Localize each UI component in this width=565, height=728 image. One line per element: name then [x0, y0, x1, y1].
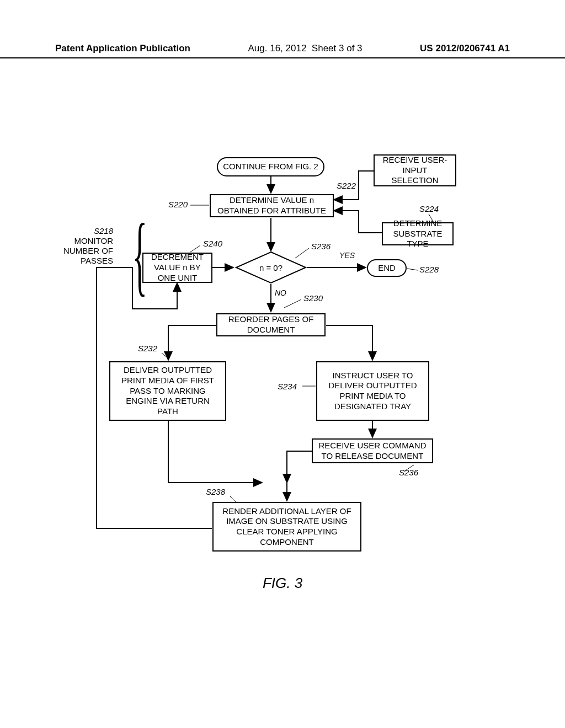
decision-no: NO: [275, 288, 286, 297]
flow-reorder: REORDER PAGES OF DOCUMENT: [216, 313, 326, 336]
pub-type: Patent Application Publication: [55, 43, 190, 54]
label-s236a: S236: [311, 242, 331, 251]
label-s238: S238: [206, 487, 225, 496]
label-monitor: MONITOR NUMBER OF PASSES: [63, 236, 113, 266]
flow-determine-substrate: DETERMINE SUBSTRATE TYPE: [382, 222, 454, 245]
flow-user-input: RECEIVE USER-INPUT SELECTION: [374, 154, 456, 186]
figure-caption: FIG. 3: [0, 575, 565, 592]
svg-line-11: [407, 269, 418, 270]
flow-receive-cmd: RECEIVE USER COMMAND TO RELEASE DOCUMENT: [312, 438, 433, 463]
label-s224: S224: [419, 204, 439, 213]
label-s236b: S236: [399, 468, 418, 477]
label-s240: S240: [203, 239, 222, 248]
brace-icon: {: [132, 204, 147, 306]
flow-determine-n: DETERMINE VALUE n OBTAINED FOR ATTRIBUTE: [210, 194, 334, 217]
flow-decrement: DECREMENT VALUE n BY ONE UNIT: [142, 253, 212, 283]
flow-end: END: [367, 259, 407, 277]
flow-instruct-user: INSTRUCT USER TO DELIVER OUTPUTTED PRINT…: [316, 361, 429, 421]
decision-yes: YES: [339, 251, 355, 260]
flow-deliver-return: DELIVER OUTPUTTED PRINT MEDIA OF FIRST P…: [109, 361, 226, 421]
flow-continue: CONTINUE FROM FIG. 2: [217, 157, 324, 176]
flowchart: CONTINUE FROM FIG. 2 RECEIVE USER-INPUT …: [66, 154, 497, 585]
svg-line-13: [284, 299, 301, 308]
pub-number: US 2012/0206741 A1: [420, 43, 510, 54]
label-s232: S232: [138, 344, 157, 353]
label-s222: S222: [337, 181, 356, 190]
label-s218: S218: [63, 226, 113, 236]
flow-decision: n = 0?: [235, 251, 307, 284]
label-s228: S228: [419, 265, 439, 274]
flow-render: RENDER ADDITIONAL LAYER OF IMAGE ON SUBS…: [212, 502, 361, 552]
monitor-label-block: S218 MONITOR NUMBER OF PASSES: [63, 226, 113, 266]
svg-line-14: [162, 353, 168, 358]
page-header: Patent Application Publication Aug. 16, …: [0, 43, 565, 58]
pub-date: Aug. 16, 2012 Sheet 3 of 3: [248, 43, 363, 54]
label-s234: S234: [278, 382, 297, 391]
svg-line-9: [190, 245, 200, 252]
label-s220: S220: [168, 200, 188, 209]
label-s230: S230: [303, 293, 323, 303]
